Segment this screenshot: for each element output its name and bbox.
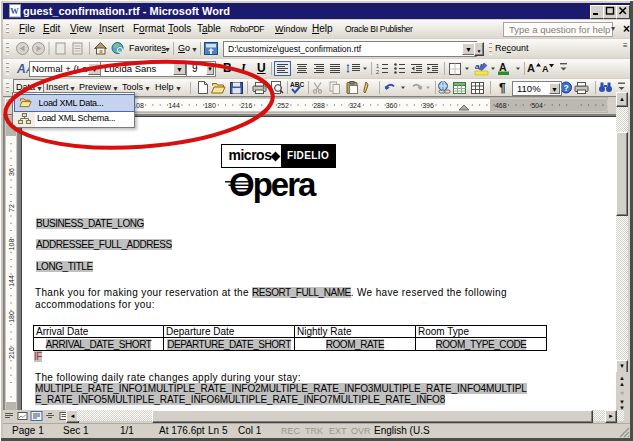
svg-text:288: 288 [313,102,325,109]
svg-text:144: 144 [8,275,15,287]
svg-text:468: 468 [495,102,507,109]
svg-text:144: 144 [168,102,180,109]
svg-text:180: 180 [204,102,216,109]
svg-text:2: 2 [376,69,379,75]
svg-text:ABC: ABC [290,81,304,88]
svg-text:?: ? [564,83,569,93]
svg-text:A: A [542,64,549,74]
svg-text:396: 396 [422,102,434,109]
svg-text:¶: ¶ [499,81,506,95]
svg-text:216: 216 [8,347,15,359]
svg-text:360: 360 [386,102,398,109]
svg-text:1: 1 [376,63,379,69]
svg-text:252: 252 [277,102,289,109]
svg-text:W: W [10,6,19,16]
svg-text:504: 504 [531,102,543,109]
svg-text:180: 180 [8,311,15,323]
svg-text:A: A [527,62,535,74]
svg-text:324: 324 [349,102,361,109]
svg-text:216: 216 [241,102,253,109]
svg-text:A: A [499,61,507,73]
svg-text:72: 72 [8,204,15,212]
svg-text:36: 36 [8,168,15,176]
svg-text:108: 108 [8,239,15,251]
